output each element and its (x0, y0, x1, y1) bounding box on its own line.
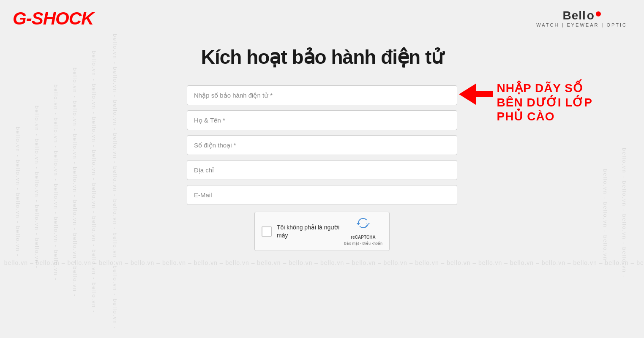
header: G-SHOCK Bell o WATCH | EYEWEAR | OPTIC (0, 0, 644, 37)
svg-marker-0 (459, 84, 493, 105)
annotation-text: NHẬP DÃY SỐ BÊN DƯỚI LỚP PHỦ CÀO (497, 81, 592, 124)
recaptcha-container: Tôi không phải là ngườimáy reCAPTCHA Bảo… (187, 212, 457, 251)
form-container: Tôi không phải là ngườimáy reCAPTCHA Bảo… (187, 85, 457, 251)
recaptcha-icon (356, 217, 370, 233)
bello-logo-main: Bell o (562, 10, 600, 22)
recaptcha-box[interactable]: Tôi không phải là ngườimáy reCAPTCHA Bảo… (254, 212, 390, 251)
recaptcha-right: reCAPTCHA Bảo mật - Điều khoản (344, 217, 382, 245)
page-title: Kích hoạt bảo hành điện tử (201, 46, 443, 68)
annotation-line2: BÊN DƯỚI LỚP (497, 95, 592, 110)
recaptcha-label: Tôi không phải là ngườimáy (277, 224, 339, 239)
full-name-input[interactable] (187, 110, 457, 130)
recaptcha-links[interactable]: Bảo mật - Điều khoản (344, 241, 382, 245)
bello-logo[interactable]: Bell o WATCH | EYEWEAR | OPTIC (536, 10, 627, 27)
main-content: Kích hoạt bảo hành điện tử Tôi không phả… (0, 37, 644, 251)
phone-input[interactable] (187, 135, 457, 155)
recaptcha-checkbox[interactable] (262, 226, 272, 237)
gshock-logo-text: G-SHOCK (13, 8, 93, 29)
bello-logo-name: Bell (562, 10, 586, 22)
recaptcha-left: Tôi không phải là ngườimáy (262, 224, 339, 239)
recaptcha-brand: reCAPTCHA (351, 235, 375, 240)
bello-logo-dot (596, 11, 601, 16)
email-input[interactable] (187, 185, 457, 205)
watermark-horizontal: bello.vn – bello.vn – bello.vn – bello.v… (0, 259, 644, 266)
annotation-line1: NHẬP DÃY SỐ (497, 81, 592, 95)
bello-logo-subtitle: WATCH | EYEWEAR | OPTIC (536, 23, 627, 27)
warranty-number-input[interactable] (187, 85, 457, 105)
gshock-logo[interactable]: G-SHOCK (13, 8, 93, 29)
form-area: Tôi không phải là ngườimáy reCAPTCHA Bảo… (187, 85, 457, 251)
annotation-line3: PHỦ CÀO (497, 109, 592, 124)
address-input[interactable] (187, 160, 457, 180)
annotation: NHẬP DÃY SỐ BÊN DƯỚI LỚP PHỦ CÀO (459, 81, 592, 124)
arrow-icon (459, 84, 493, 106)
